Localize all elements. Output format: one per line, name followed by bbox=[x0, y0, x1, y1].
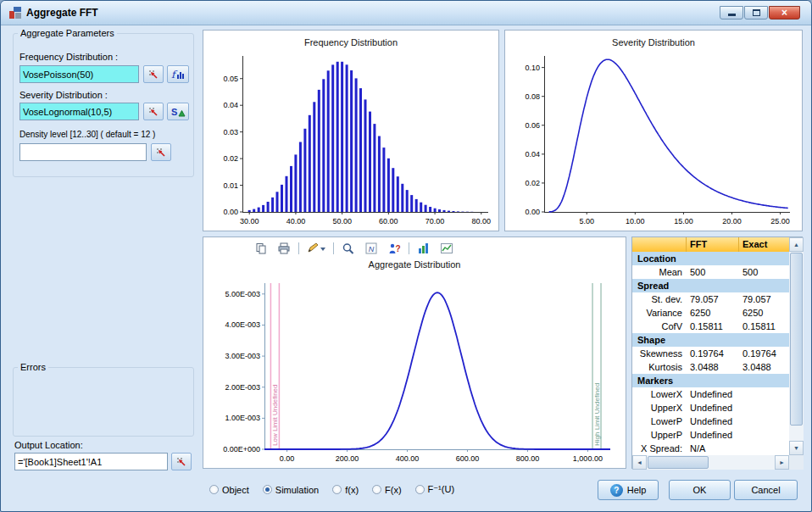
stats-header-blank bbox=[632, 237, 687, 252]
severity-distribution-picker-button[interactable]: S bbox=[167, 103, 189, 120]
output-location-input[interactable] bbox=[14, 453, 168, 470]
ok-button[interactable]: OK bbox=[669, 480, 731, 500]
scroll-corner bbox=[789, 455, 804, 470]
app-icon bbox=[8, 6, 22, 19]
frequency-bar bbox=[281, 185, 283, 212]
frequency-distribution-input[interactable] bbox=[19, 65, 139, 83]
svg-text:S: S bbox=[171, 107, 177, 117]
help-button[interactable]: ? Help bbox=[598, 480, 659, 500]
title-bar[interactable]: Aggregate FFT × bbox=[1, 1, 811, 25]
y-tick-label: 2.00E-003 bbox=[225, 383, 260, 392]
x-tick-label: 0.00 bbox=[280, 454, 295, 463]
severity-curve bbox=[549, 59, 788, 212]
frequency-bar bbox=[318, 90, 320, 212]
x-tick-label: 800.00 bbox=[516, 454, 540, 463]
print-icon[interactable] bbox=[274, 240, 294, 257]
y-tick-label: 0.02 bbox=[525, 179, 540, 187]
stats-fft-value: Undefined bbox=[687, 387, 739, 401]
stats-row-label: Kurtosis bbox=[632, 360, 687, 374]
frequency-chart-title: Frequency Distribution bbox=[203, 37, 498, 47]
zoom-icon[interactable] bbox=[338, 240, 359, 257]
frequency-bar bbox=[448, 211, 450, 212]
radio-simulation[interactable]: Simulation bbox=[263, 485, 319, 495]
frequency-chart-panel: Frequency Distribution 30.0040.0050.0060… bbox=[203, 30, 499, 231]
stats-fft-value: 500 bbox=[687, 265, 739, 279]
frequency-bar bbox=[415, 199, 418, 212]
frequency-f-icon: f bbox=[170, 69, 186, 81]
n-samples-icon[interactable]: N bbox=[361, 240, 381, 257]
close-icon: × bbox=[781, 7, 787, 19]
minimize-button[interactable] bbox=[720, 6, 743, 19]
radio-fx-control[interactable] bbox=[332, 485, 342, 494]
radio-fu-control[interactable] bbox=[415, 485, 425, 494]
radio-fx[interactable]: F(x) bbox=[372, 485, 402, 495]
y-tick-label: 0.04 bbox=[525, 150, 540, 159]
scroll-right-button[interactable]: ► bbox=[775, 455, 789, 470]
maximize-button[interactable] bbox=[744, 6, 768, 19]
y-tick-label: 0.04 bbox=[223, 101, 238, 109]
stats-row-label: UpperP bbox=[632, 428, 687, 442]
aggregate-curve bbox=[264, 292, 610, 449]
severity-range-selector-button[interactable] bbox=[143, 103, 164, 120]
stats-data-row: UpperPUndefined bbox=[632, 428, 789, 442]
aggregate-chart-panel: N ? Aggregate Distribution 0.00200.00400… bbox=[203, 237, 626, 469]
radio-fu[interactable]: F⁻¹(U) bbox=[415, 484, 454, 495]
chart-bars-icon[interactable] bbox=[414, 240, 434, 257]
radio-object[interactable]: Object bbox=[209, 485, 249, 495]
frequency-bar bbox=[457, 211, 459, 212]
radio-fx-control[interactable] bbox=[372, 485, 381, 494]
y-tick-label: 0.00E+000 bbox=[223, 445, 260, 454]
output-range-selector-button[interactable] bbox=[171, 453, 192, 470]
scroll-left-button[interactable]: ◄ bbox=[632, 455, 647, 470]
x-tick-label: 40.00 bbox=[286, 217, 306, 225]
frequency-bar bbox=[359, 88, 362, 212]
aggregate-fft-dialog: Aggregate FFT × Aggregate Parameters Fre… bbox=[0, 0, 812, 512]
radio-simulation-label: Simulation bbox=[275, 485, 319, 495]
errors-label: Errors bbox=[18, 362, 48, 372]
stats-exact-value bbox=[739, 442, 786, 455]
range-selector-icon bbox=[147, 69, 159, 80]
scroll-down-button[interactable]: ▼ bbox=[789, 441, 804, 455]
stats-data-row: UpperXUndefined bbox=[632, 401, 789, 415]
stats-exact-value: 500 bbox=[739, 265, 786, 279]
density-level-input[interactable] bbox=[19, 143, 147, 161]
chart-image-icon[interactable] bbox=[437, 240, 457, 257]
stats-row-label: UpperX bbox=[632, 401, 687, 415]
frequency-bar bbox=[425, 205, 427, 212]
radio-simulation-control[interactable] bbox=[263, 485, 272, 494]
window-title: Aggregate FFT bbox=[26, 7, 98, 19]
copy-icon[interactable] bbox=[251, 240, 271, 257]
close-button[interactable]: × bbox=[769, 6, 800, 19]
radio-fx[interactable]: f(x) bbox=[332, 485, 359, 495]
frequency-bar bbox=[286, 176, 288, 212]
stats-fft-value: 79.057 bbox=[687, 292, 739, 306]
cancel-button[interactable]: Cancel bbox=[734, 480, 798, 500]
frequency-range-selector-button[interactable] bbox=[143, 65, 164, 83]
frequency-bar bbox=[313, 102, 315, 212]
toolbar-separator bbox=[298, 242, 299, 254]
severity-distribution-input[interactable] bbox=[19, 103, 139, 120]
stats-exact-value bbox=[739, 428, 786, 442]
stats-section-label: Spread bbox=[637, 279, 669, 292]
stats-data-row: LowerXUndefined bbox=[632, 387, 789, 401]
radio-object-control[interactable] bbox=[209, 485, 219, 494]
density-range-selector-button[interactable] bbox=[151, 143, 171, 161]
stats-data-row: Kurtosis3.04883.0488 bbox=[632, 360, 789, 374]
vscroll-thumb[interactable] bbox=[790, 253, 803, 426]
pen-dropdown-icon[interactable] bbox=[303, 240, 329, 257]
scroll-up-button[interactable]: ▲ bbox=[789, 237, 804, 252]
frequency-bar bbox=[401, 184, 403, 212]
frequency-distribution-picker-button[interactable]: f bbox=[167, 65, 189, 83]
chart-help-icon[interactable]: ? bbox=[384, 240, 404, 257]
svg-text:?: ? bbox=[395, 244, 400, 253]
aggregate-parameters-label: Aggregate Parameters bbox=[18, 28, 117, 38]
stats-section-label: Markers bbox=[637, 374, 673, 387]
severity-chart-title: Severity Distribution bbox=[505, 37, 802, 47]
y-tick-label: 3.00E-003 bbox=[225, 352, 260, 360]
y-tick-label: 4.00E-003 bbox=[225, 320, 260, 329]
aggregate-chart-title: Aggregate Distribution bbox=[203, 259, 626, 270]
frequency-bar bbox=[429, 207, 431, 212]
stats-section-row: Markers bbox=[632, 374, 789, 387]
hscroll-thumb[interactable] bbox=[648, 456, 709, 469]
stats-row-label: Mean bbox=[632, 265, 687, 279]
